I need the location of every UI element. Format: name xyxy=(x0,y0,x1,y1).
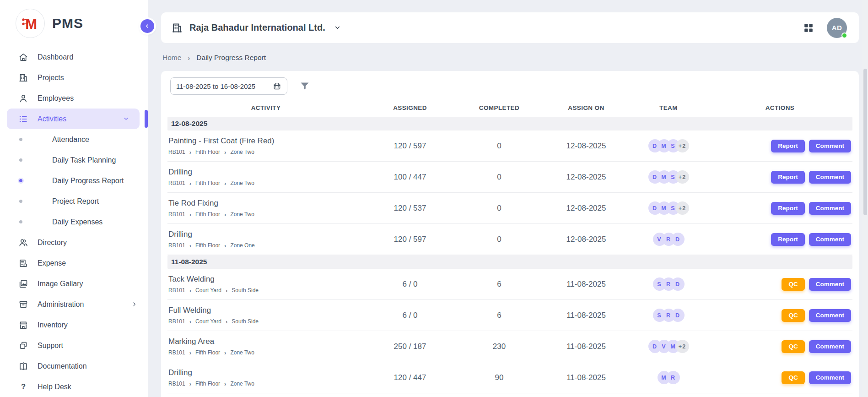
user-avatar[interactable]: AD xyxy=(827,18,847,38)
sidebar-item-image-gallary[interactable]: Image Gallary xyxy=(0,273,148,294)
breadcrumb: Home › Daily Progress Report xyxy=(162,54,266,62)
table-header: ACTIVITY ASSIGNED COMPLETED ASSIGN ON TE… xyxy=(167,98,852,117)
sidebar-item-daily-progress-report[interactable]: Daily Progress Report xyxy=(0,170,148,191)
chevron-right-icon: › xyxy=(189,211,191,218)
date-range-input[interactable]: 11-08-2025 to 16-08-2025 xyxy=(170,77,287,95)
table-row: Tack Welding RB101›Court Yard›South Side… xyxy=(167,269,852,300)
sidebar-item-support[interactable]: Support xyxy=(0,335,148,356)
team-avatar-more: +2 xyxy=(676,201,689,215)
store-icon xyxy=(18,320,28,330)
completed-value: 0 xyxy=(456,204,543,213)
team-avatar: D xyxy=(671,309,685,322)
team-avatars: MR xyxy=(630,371,707,384)
assign-on-value: 11-08-2025 xyxy=(543,280,630,289)
sidebar-item-employees[interactable]: Employees xyxy=(0,88,148,109)
comment-button[interactable]: Comment xyxy=(809,233,851,246)
assign-on-value: 12-08-2025 xyxy=(543,141,630,151)
team-avatars: DMS+2 xyxy=(630,201,707,215)
activity-path: RB101›Fifth Floor›Zone One xyxy=(168,242,364,249)
report-button[interactable]: Report xyxy=(771,202,805,215)
company-selector[interactable]: Raja Bahadur International Ltd. xyxy=(171,22,341,34)
sidebar-item-documentation[interactable]: Documentation xyxy=(0,356,148,376)
team-avatars: DVM+2 xyxy=(630,340,707,353)
activity-title: Marking Area xyxy=(168,337,364,346)
team-avatars: DMS+2 xyxy=(630,170,707,184)
activity-title: Tack Welding xyxy=(168,275,364,284)
book-icon xyxy=(18,361,28,371)
report-button[interactable]: Report xyxy=(771,233,805,246)
chevron-right-icon: › xyxy=(189,318,191,325)
comment-button[interactable]: Comment xyxy=(809,309,851,322)
qc-button[interactable]: QC xyxy=(782,309,804,322)
chevron-right-icon: › xyxy=(224,381,226,387)
date-group-header: 11-08-2025 xyxy=(167,255,852,269)
column-header-actions: ACTIONS xyxy=(707,104,852,111)
chevron-down-icon xyxy=(123,115,129,122)
chevron-down-icon xyxy=(334,24,341,32)
team-avatars: SRD xyxy=(630,309,707,322)
report-button[interactable]: Report xyxy=(771,171,805,184)
comment-button[interactable]: Comment xyxy=(809,278,851,291)
building-icon xyxy=(18,73,28,83)
completed-value: 0 xyxy=(456,235,543,244)
row-actions: QCComment xyxy=(707,371,852,384)
comment-button[interactable]: Comment xyxy=(809,171,851,184)
qc-button[interactable]: QC xyxy=(782,371,804,384)
company-name: Raja Bahadur International Ltd. xyxy=(189,22,325,33)
sidebar-item-administration[interactable]: Administration xyxy=(0,294,148,315)
chevron-right-icon: › xyxy=(188,54,190,62)
sidebar-item-projects[interactable]: Projects xyxy=(0,67,148,88)
sidebar-nav: Dashboard Projects Employees Activities xyxy=(0,47,148,397)
page-scrollbar[interactable] xyxy=(862,0,868,397)
sidebar-item-attendance[interactable]: Attendance xyxy=(0,129,148,150)
activity-title: Tie Rod Fixing xyxy=(168,199,364,208)
sidebar-item-daily-expenses[interactable]: Daily Expenses xyxy=(0,212,148,232)
date-range-value: 11-08-2025 to 16-08-2025 xyxy=(176,82,255,90)
apps-grid-button[interactable] xyxy=(803,22,814,33)
sidebar-item-project-report[interactable]: Project Report xyxy=(0,191,148,212)
user-icon xyxy=(18,93,28,103)
sidebar-item-activities[interactable]: Activities xyxy=(7,109,140,129)
scrollbar-thumb[interactable] xyxy=(863,69,867,215)
assigned-value: 120 / 447 xyxy=(364,373,456,382)
row-actions: ReportComment xyxy=(707,233,852,246)
chevron-right-icon: › xyxy=(189,381,191,387)
top-header: Raja Bahadur International Ltd. AD xyxy=(161,12,859,43)
table-row: Drilling RB101›Fifth Floor›Zone Two 120 … xyxy=(167,362,852,393)
activity-path: RB101›Court Yard›South Side xyxy=(168,318,364,325)
team-avatar: D xyxy=(671,277,685,291)
comment-button[interactable]: Comment xyxy=(809,371,851,384)
team-avatar: R xyxy=(667,371,680,384)
comment-button[interactable]: Comment xyxy=(809,340,851,353)
bullet-icon xyxy=(19,179,22,182)
report-button[interactable]: Report xyxy=(771,140,805,152)
row-actions: ReportComment xyxy=(707,171,852,184)
comment-button[interactable]: Comment xyxy=(809,202,851,215)
table-row: Painting - First Coat (Fire Red) RB101›F… xyxy=(167,131,852,162)
qc-button[interactable]: QC xyxy=(782,278,804,291)
sidebar-collapse-button[interactable] xyxy=(140,19,154,33)
sidebar-item-directory[interactable]: Directory xyxy=(0,232,148,253)
breadcrumb-home[interactable]: Home xyxy=(162,54,181,62)
table-row: Marking Area RB101›Fifth Floor›Zone Two … xyxy=(167,331,852,362)
receipt-icon xyxy=(18,258,28,268)
team-avatar-more: +2 xyxy=(676,170,689,184)
sidebar-item-help-desk[interactable]: ? Help Desk xyxy=(0,376,148,397)
chevron-right-icon: › xyxy=(189,180,191,187)
sidebar-item-daily-task-planning[interactable]: Daily Task Planning xyxy=(0,150,148,170)
sidebar-item-inventory[interactable]: Inventory xyxy=(0,315,148,335)
completed-value: 230 xyxy=(456,342,543,351)
chevron-right-icon: › xyxy=(189,349,191,356)
home-icon xyxy=(18,52,28,62)
activity-path: RB101›Fifth Floor›Zone Two xyxy=(168,211,364,218)
sidebar-item-dashboard[interactable]: Dashboard xyxy=(0,47,148,67)
comment-button[interactable]: Comment xyxy=(809,140,851,152)
sidebar-item-expense[interactable]: Expense xyxy=(0,253,148,273)
activity-title: Drilling xyxy=(168,168,364,177)
filter-button[interactable] xyxy=(299,81,310,92)
avatar-initials: AD xyxy=(832,24,842,32)
activity-path: RB101›Fifth Floor›Zone Two xyxy=(168,180,364,187)
qc-button[interactable]: QC xyxy=(782,340,804,353)
bullet-icon xyxy=(19,220,22,223)
activity-title: Drilling xyxy=(168,368,364,377)
